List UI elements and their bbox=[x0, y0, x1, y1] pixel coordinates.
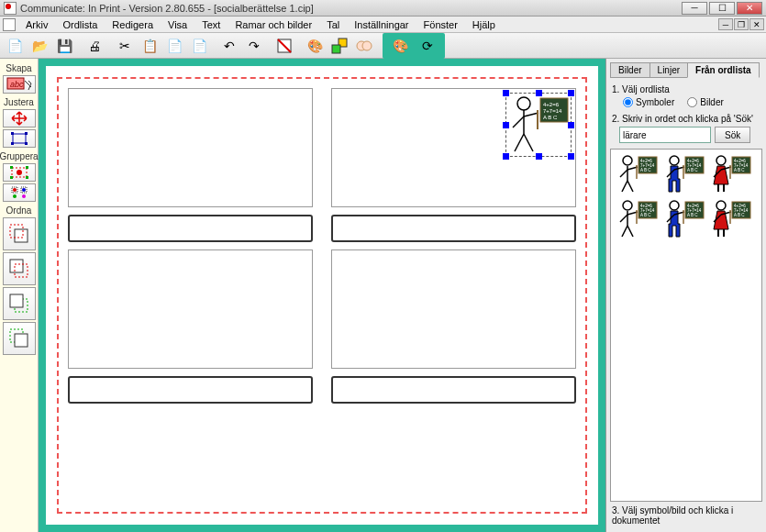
paste-special-button[interactable]: 📄 bbox=[187, 35, 211, 57]
svg-rect-16 bbox=[26, 166, 28, 169]
cut-button[interactable]: ✂ bbox=[113, 35, 137, 57]
menu-ordlista[interactable]: Ordlista bbox=[55, 17, 105, 32]
palette2-button[interactable]: 🎨 bbox=[388, 35, 412, 57]
svg-line-47 bbox=[627, 181, 633, 192]
step1-label: 1. Välj ordlista bbox=[612, 84, 760, 94]
menu-text[interactable]: Text bbox=[194, 17, 228, 32]
svg-point-5 bbox=[362, 41, 372, 50]
palette-button[interactable]: 🎨 bbox=[303, 35, 327, 57]
shapes-button[interactable] bbox=[327, 35, 351, 57]
frame-1[interactable] bbox=[68, 88, 313, 207]
open-button[interactable]: 📂 bbox=[28, 35, 51, 57]
mdi-restore-button[interactable]: ❐ bbox=[734, 18, 749, 30]
selected-symbol[interactable]: 4+2=6 7+7=14 A B C bbox=[505, 93, 572, 157]
create-text-button[interactable]: abc bbox=[3, 75, 36, 94]
ungroup-button[interactable] bbox=[3, 183, 36, 202]
textbox-4[interactable] bbox=[331, 376, 576, 404]
section-justera: Justera bbox=[4, 97, 34, 107]
svg-point-92 bbox=[716, 201, 726, 210]
justera-handles-button[interactable] bbox=[3, 129, 36, 148]
svg-point-19 bbox=[13, 188, 17, 192]
search-button[interactable]: Sök bbox=[715, 127, 750, 143]
mdi-close-button[interactable]: ✕ bbox=[749, 18, 764, 30]
order-backward-button[interactable] bbox=[3, 287, 36, 320]
close-button[interactable]: ✕ bbox=[737, 2, 762, 15]
textbox-3[interactable] bbox=[68, 376, 313, 404]
minimize-button[interactable]: ─ bbox=[682, 2, 707, 15]
menubar: Arkiv Ordlista Redigera Visa Text Ramar … bbox=[0, 17, 766, 33]
order-back-button[interactable] bbox=[3, 322, 36, 355]
menu-visa[interactable]: Visa bbox=[161, 17, 194, 32]
save-button[interactable]: 💾 bbox=[52, 35, 76, 57]
svg-point-73 bbox=[623, 201, 632, 210]
svg-rect-11 bbox=[11, 142, 14, 145]
svg-point-21 bbox=[13, 194, 17, 198]
radio-symboler[interactable]: Symboler bbox=[623, 97, 674, 107]
order-forward-button[interactable] bbox=[3, 252, 36, 285]
svg-rect-8 bbox=[13, 134, 26, 143]
svg-text:A B C: A B C bbox=[734, 213, 745, 217]
paste-button[interactable]: 📄 bbox=[162, 35, 186, 57]
menu-ramar[interactable]: Ramar och bilder bbox=[228, 17, 319, 32]
redo-button[interactable]: ↷ bbox=[242, 35, 266, 57]
copy-button[interactable]: 📋 bbox=[138, 35, 161, 57]
textbox-1[interactable] bbox=[68, 215, 313, 242]
menu-tal[interactable]: Tal bbox=[319, 17, 347, 32]
svg-rect-12 bbox=[25, 142, 28, 145]
maximize-button[interactable]: ☐ bbox=[709, 2, 735, 15]
mdi-minimize-button[interactable]: ─ bbox=[718, 18, 733, 30]
window-title: Communicate: In Print - Version 2.80.655… bbox=[20, 3, 682, 14]
new-button[interactable]: 📄 bbox=[3, 35, 27, 57]
svg-point-20 bbox=[22, 188, 26, 192]
section-skapa: Skapa bbox=[6, 63, 31, 73]
symbol-result-1[interactable]: 4+2=6 7+7=14 A B C bbox=[661, 153, 705, 195]
justera-move-button[interactable] bbox=[3, 109, 36, 127]
page[interactable]: 4+2=6 7+7=14 A B C bbox=[46, 66, 598, 525]
skin-button[interactable] bbox=[352, 35, 376, 57]
calc-off-button[interactable] bbox=[272, 35, 296, 57]
group-button[interactable] bbox=[3, 163, 36, 182]
svg-rect-10 bbox=[25, 132, 28, 135]
svg-point-84 bbox=[670, 201, 679, 210]
section-ordna: Ordna bbox=[6, 205, 32, 216]
frame-4[interactable] bbox=[331, 249, 576, 369]
canvas-area[interactable]: 4+2=6 7+7=14 A B C bbox=[39, 59, 605, 532]
symbol-result-3[interactable]: 4+2=6 7+7=14 A B C bbox=[615, 198, 659, 240]
tab-fran-ordlista[interactable]: Från ordlista bbox=[687, 62, 760, 78]
tab-linjer[interactable]: Linjer bbox=[649, 62, 688, 78]
svg-rect-18 bbox=[26, 176, 28, 179]
svg-rect-15 bbox=[10, 166, 13, 169]
print-button[interactable]: 🖨 bbox=[83, 35, 106, 57]
menu-fonster[interactable]: Fönster bbox=[416, 17, 465, 32]
menu-redigera[interactable]: Redigera bbox=[105, 17, 161, 32]
symbol-result-5[interactable]: 4+2=6 7+7=14 A B C bbox=[708, 198, 752, 240]
symbol-result-0[interactable]: 4+2=6 7+7=14 A B C bbox=[615, 153, 659, 195]
svg-point-63 bbox=[716, 156, 726, 165]
symbol-result-2[interactable]: 4+2=6 7+7=14 A B C bbox=[708, 153, 752, 195]
svg-line-75 bbox=[622, 226, 627, 237]
radio-bilder[interactable]: Bilder bbox=[687, 97, 724, 107]
toolbar: 📄 📂 💾 🖨 ✂ 📋 📄 📄 ↶ ↷ 🎨 🎨 ⟳ bbox=[0, 33, 766, 59]
left-panel: Skapa abc Justera Gruppera Ordna bbox=[0, 59, 39, 532]
accent-tools: 🎨 ⟳ bbox=[383, 33, 445, 59]
section-gruppera: Gruppera bbox=[0, 151, 39, 161]
svg-text:A B C: A B C bbox=[640, 213, 651, 217]
menu-installningar[interactable]: Inställningar bbox=[347, 17, 416, 32]
order-front-button[interactable] bbox=[3, 217, 36, 250]
menu-hjalp[interactable]: Hjälp bbox=[465, 17, 503, 32]
tab-bilder[interactable]: Bilder bbox=[610, 62, 650, 78]
rotate-button[interactable]: ⟳ bbox=[416, 35, 439, 57]
step2-label: 2. Skriv in ordet och klicka på 'Sök' bbox=[612, 114, 760, 124]
menu-arkiv[interactable]: Arkiv bbox=[18, 17, 55, 32]
svg-point-44 bbox=[623, 156, 632, 165]
textbox-2[interactable] bbox=[331, 215, 576, 242]
search-input[interactable] bbox=[619, 127, 711, 143]
svg-point-55 bbox=[670, 156, 679, 165]
svg-line-77 bbox=[620, 215, 627, 222]
symbol-result-4[interactable]: 4+2=6 7+7=14 A B C bbox=[661, 198, 705, 240]
frame-2[interactable]: 4+2=6 7+7=14 A B C bbox=[331, 88, 576, 207]
svg-point-22 bbox=[22, 194, 26, 198]
undo-button[interactable]: ↶ bbox=[217, 35, 241, 57]
frame-3[interactable] bbox=[68, 249, 313, 369]
symbol-results: 4+2=6 7+7=14 A B C 4+2=6 7+7=14 A B C 4+… bbox=[610, 149, 762, 502]
